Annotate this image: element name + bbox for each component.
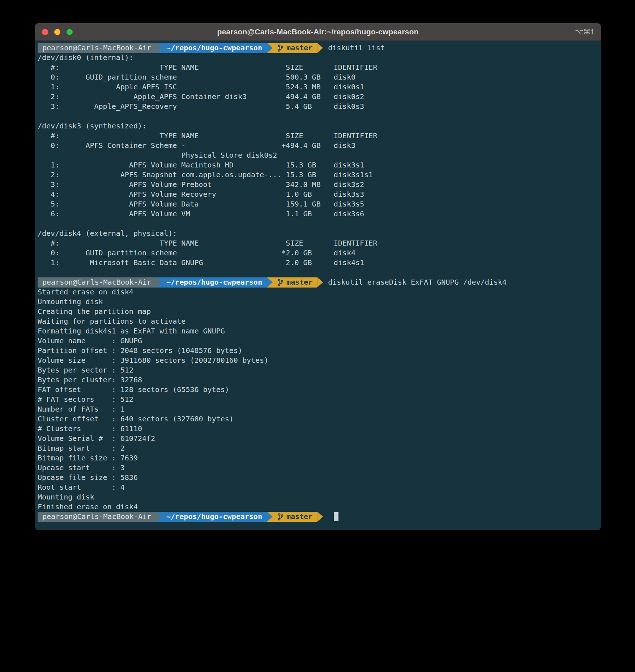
prompt-path: ~/repos/hugo-cwpearson bbox=[162, 512, 267, 522]
powerline-arrow-icon bbox=[267, 277, 273, 288]
terminal-line: #: TYPE NAME SIZE IDENTIFIER bbox=[38, 63, 597, 72]
prompt-branch: master bbox=[273, 512, 317, 522]
powerline-arrow-icon bbox=[156, 277, 162, 288]
titlebar[interactable]: pearson@Carls-MacBook-Air:~/repos/hugo-c… bbox=[35, 23, 601, 41]
terminal-line: 2: Apple_APFS Container disk3 494.4 GB d… bbox=[38, 92, 597, 102]
prompt-line: pearson@Carls-MacBook-Air ~/repos/hugo-c… bbox=[38, 512, 597, 522]
terminal-line: /dev/disk0 (internal): bbox=[38, 53, 597, 63]
terminal-line: 3: Apple_APFS_Recovery 5.4 GB disk0s3 bbox=[38, 102, 597, 111]
terminal-line: /dev/disk4 (external, physical): bbox=[38, 229, 597, 238]
command-text: diskutil list bbox=[328, 43, 385, 53]
terminal-line: Waiting for partitions to activate bbox=[38, 316, 597, 326]
terminal-line: Partition offset : 2048 sectors (1048576… bbox=[38, 346, 597, 356]
terminal-line: 1: APFS Volume Macintosh HD 15.3 GB disk… bbox=[38, 160, 597, 170]
powerline-arrow-icon bbox=[156, 512, 162, 522]
terminal-line: Volume name : GNUPG bbox=[38, 336, 597, 346]
terminal-line: #: TYPE NAME SIZE IDENTIFIER bbox=[38, 238, 597, 248]
desktop-background: pearson@Carls-MacBook-Air:~/repos/hugo-c… bbox=[0, 0, 635, 672]
prompt-branch: master bbox=[273, 43, 317, 53]
terminal-line: 1: Apple_APFS_ISC 524.3 MB disk0s1 bbox=[38, 82, 597, 92]
terminal-line: Bitmap file size : 7639 bbox=[38, 453, 597, 463]
terminal-line: 0: APFS Container Scheme - +494.4 GB dis… bbox=[38, 141, 597, 150]
git-branch-icon bbox=[277, 513, 284, 521]
prompt-branch-label: master bbox=[286, 277, 312, 287]
powerline-arrow-icon bbox=[317, 512, 323, 522]
terminal-line: Bytes per cluster: 32768 bbox=[38, 375, 597, 385]
powerline-arrow-icon bbox=[317, 277, 323, 288]
terminal-line bbox=[38, 111, 597, 121]
terminal-line: 4: APFS Volume Recovery 1.0 GB disk3s3 bbox=[38, 190, 597, 199]
prompt-branch-label: master bbox=[286, 43, 312, 53]
prompt-branch: master bbox=[273, 277, 317, 288]
git-branch-icon bbox=[277, 278, 284, 286]
terminal-line: 2: APFS Snapshot com.apple.os.update-...… bbox=[38, 170, 597, 180]
terminal-line: Bytes per sector : 512 bbox=[38, 365, 597, 375]
terminal-line: Number of FATs : 1 bbox=[38, 404, 597, 414]
traffic-lights bbox=[42, 23, 73, 41]
terminal-cursor bbox=[334, 512, 338, 521]
terminal-line: Bitmap start : 2 bbox=[38, 443, 597, 453]
terminal-line: 0: GUID_partition_scheme *2.0 GB disk4 bbox=[38, 248, 597, 258]
terminal-line: Root start : 4 bbox=[38, 482, 597, 492]
zoom-button[interactable] bbox=[67, 29, 73, 35]
terminal-line: Volume size : 3911680 sectors (200278016… bbox=[38, 356, 597, 365]
window-title: pearson@Carls-MacBook-Air:~/repos/hugo-c… bbox=[35, 27, 601, 36]
prompt-user: pearson@Carls-MacBook-Air bbox=[38, 512, 156, 522]
terminal-line: Started erase on disk4 bbox=[38, 287, 597, 297]
powerline-arrow-icon bbox=[267, 43, 273, 53]
terminal-line: Unmounting disk bbox=[38, 297, 597, 307]
terminal-line: Physical Store disk0s2 bbox=[38, 150, 597, 160]
terminal-line: Mounting disk bbox=[38, 492, 597, 502]
terminal-line: Upcase file size : 5836 bbox=[38, 473, 597, 482]
terminal-line: 6: APFS Volume VM 1.1 GB disk3s6 bbox=[38, 209, 597, 219]
terminal-line: 0: GUID_partition_scheme 500.3 GB disk0 bbox=[38, 72, 597, 82]
terminal-line: Upcase start : 3 bbox=[38, 463, 597, 473]
terminal-line: FAT offset : 128 sectors (65536 bytes) bbox=[38, 385, 597, 395]
prompt-branch-label: master bbox=[286, 512, 312, 522]
terminal-line: 5: APFS Volume Data 159.1 GB disk3s5 bbox=[38, 199, 597, 209]
terminal-line: #: TYPE NAME SIZE IDENTIFIER bbox=[38, 131, 597, 141]
close-button[interactable] bbox=[42, 29, 48, 35]
terminal-line: # Clusters : 61110 bbox=[38, 424, 597, 434]
terminal-line: /dev/disk3 (synthesized): bbox=[38, 121, 597, 131]
terminal-line: # FAT sectors : 512 bbox=[38, 395, 597, 404]
command-text: diskutil eraseDisk ExFAT GNUPG /dev/disk… bbox=[328, 277, 507, 287]
terminal-line: 1: Microsoft Basic Data GNUPG 2.0 GB dis… bbox=[38, 258, 597, 268]
terminal-line: Volume Serial # : 610724f2 bbox=[38, 434, 597, 443]
terminal-line: 3: APFS Volume Preboot 342.0 MB disk3s2 bbox=[38, 180, 597, 190]
powerline-arrow-icon bbox=[317, 43, 323, 53]
prompt-line: pearson@Carls-MacBook-Air ~/repos/hugo-c… bbox=[38, 277, 597, 287]
terminal-content[interactable]: pearson@Carls-MacBook-Air ~/repos/hugo-c… bbox=[35, 41, 601, 529]
prompt-user: pearson@Carls-MacBook-Air bbox=[38, 43, 156, 53]
minimize-button[interactable] bbox=[54, 29, 60, 35]
terminal-line: Creating the partition map bbox=[38, 307, 597, 316]
git-branch-icon bbox=[277, 44, 284, 52]
terminal-line: Finished erase on disk4 bbox=[38, 502, 597, 512]
terminal-line bbox=[38, 268, 597, 277]
powerline-arrow-icon bbox=[156, 43, 162, 53]
prompt-path: ~/repos/hugo-cwpearson bbox=[162, 43, 267, 53]
prompt-line: pearson@Carls-MacBook-Air ~/repos/hugo-c… bbox=[38, 43, 597, 53]
terminal-line: Formatting disk4s1 as ExFAT with name GN… bbox=[38, 326, 597, 336]
terminal-line: Cluster offset : 640 sectors (327680 byt… bbox=[38, 414, 597, 424]
prompt-user: pearson@Carls-MacBook-Air bbox=[38, 277, 156, 288]
window-shortcut-badge: ⌥⌘1 bbox=[575, 27, 594, 36]
prompt-path: ~/repos/hugo-cwpearson bbox=[162, 277, 267, 288]
terminal-line bbox=[38, 219, 597, 229]
powerline-arrow-icon bbox=[267, 512, 273, 522]
terminal-window: pearson@Carls-MacBook-Air:~/repos/hugo-c… bbox=[35, 23, 601, 530]
